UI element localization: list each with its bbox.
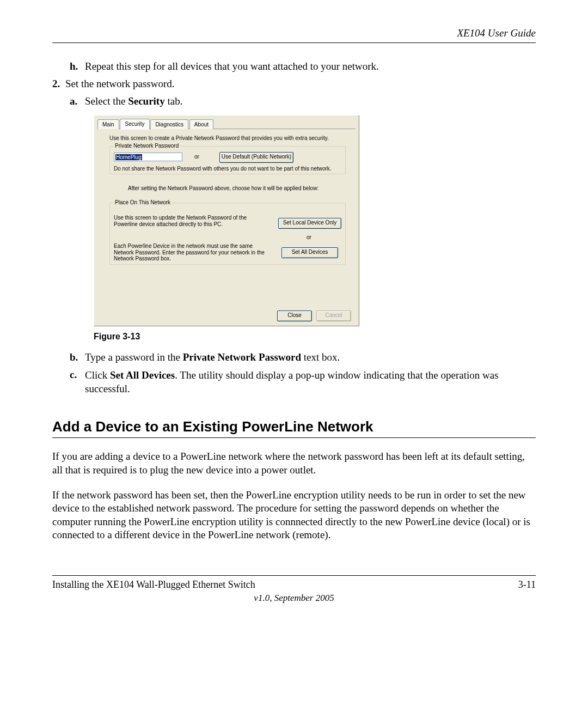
figure-caption: Figure 3-13 xyxy=(94,332,536,342)
tab-main[interactable]: Main xyxy=(97,119,119,129)
step-2c-marker: c. xyxy=(70,369,85,395)
step-2-marker: 2. xyxy=(52,78,65,90)
step-2c-bold: Set All Devices xyxy=(110,369,175,381)
intro-text: Use this screen to create a Private Netw… xyxy=(109,135,329,141)
cancel-button: Cancel xyxy=(316,311,351,321)
tab-strip: Main Security Diagnostics About xyxy=(97,119,356,129)
use-default-button[interactable]: Use Default (Public Network) xyxy=(219,152,293,163)
page-footer: Installing the XE104 Wall-Plugged Ethern… xyxy=(52,575,536,604)
step-2c-prefix: Click xyxy=(85,369,110,381)
group2-title: Place On This Network xyxy=(113,199,172,205)
step-h-marker: h. xyxy=(70,60,85,72)
private-password-input[interactable]: HomePlug xyxy=(114,153,182,161)
set-all-devices-button[interactable]: Set All Devices xyxy=(281,247,338,258)
step-2-text: Set the network password. xyxy=(65,78,536,90)
step-2b-bold: Private Network Password xyxy=(183,351,301,363)
step-2a-prefix: Select the xyxy=(85,95,128,107)
tab-diagnostics[interactable]: Diagnostics xyxy=(150,119,188,129)
step-2a-suffix: tab. xyxy=(165,95,183,107)
paragraph-2: If the network password has been set, th… xyxy=(52,489,536,541)
group2-text2: Each Powerline Device in the network mus… xyxy=(114,243,272,262)
step-h: h. Repeat this step for all devices that… xyxy=(70,60,536,72)
step-h-text: Repeat this step for all devices that yo… xyxy=(85,60,536,72)
footer-left: Installing the XE104 Wall-Plugged Ethern… xyxy=(52,579,255,591)
step-2b-marker: b. xyxy=(70,351,85,363)
set-local-device-button[interactable]: Set Local Device Only xyxy=(278,218,341,229)
tab-about[interactable]: About xyxy=(189,119,213,129)
step-2b-suffix: text box. xyxy=(301,351,340,363)
step-2b-prefix: Type a password in the xyxy=(85,351,183,363)
figure-3-13: Main Security Diagnostics About Use this… xyxy=(94,115,536,342)
footer-center: v1.0, September 2005 xyxy=(52,593,536,604)
step-2c: c. Click Set All Devices. The utility sh… xyxy=(70,369,536,395)
group1-title: Private Network Password xyxy=(113,143,180,149)
or-label-1: or xyxy=(194,154,199,160)
private-password-value: HomePlug xyxy=(115,154,142,160)
security-dialog: Main Security Diagnostics About Use this… xyxy=(94,115,359,326)
step-2a-marker: a. xyxy=(70,95,85,107)
paragraph-1: If you are adding a device to a PowerLin… xyxy=(52,450,536,477)
step-2: 2. Set the network password. xyxy=(52,78,536,90)
close-button[interactable]: Close xyxy=(277,311,312,321)
warn-text: Do not share the Network Password with o… xyxy=(114,166,342,172)
group2-text1: Use this screen to update the Network Pa… xyxy=(114,215,266,227)
middle-text: After setting the Network Password above… xyxy=(128,185,346,191)
step-2a-bold: Security xyxy=(128,95,165,107)
step-2b: b. Type a password in the Private Networ… xyxy=(70,351,536,363)
footer-right: 3-11 xyxy=(518,579,536,591)
step-2a: a. Select the Security tab. xyxy=(70,95,536,107)
section-heading: Add a Device to an Existing PowerLine Ne… xyxy=(52,418,536,438)
page-header: XE104 User Guide xyxy=(52,27,536,43)
or-label-2: or xyxy=(307,234,311,240)
tab-security[interactable]: Security xyxy=(120,119,149,130)
